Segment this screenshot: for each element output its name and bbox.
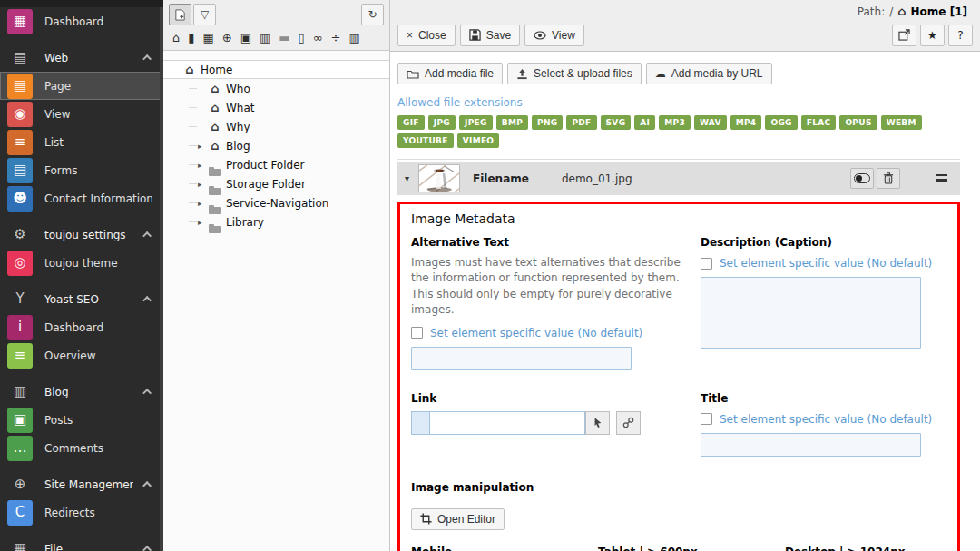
tree-item-storage-folder[interactable]: ▸ Storage Folder (163, 174, 389, 193)
sidebar-item-posts[interactable]: ▣ Posts (0, 406, 163, 434)
bookmark-button[interactable]: ★ (920, 25, 945, 46)
allowed-file-extensions-link[interactable]: Allowed file extensions (397, 96, 960, 109)
drag-new-page-row: ⌂▮▦⊕▣▥▬▯∞÷▥ (169, 25, 384, 47)
select-upload-files-button[interactable]: Select & upload files (507, 63, 642, 84)
more-options-button[interactable] (929, 168, 953, 189)
view-eye-icon: ◉ (7, 102, 33, 127)
alt-set-value-checkbox-row[interactable]: Set element specific value (No default) (411, 327, 688, 339)
title-set-value-checkbox-row[interactable]: Set element specific value (No default) (701, 413, 946, 426)
tree-item-library[interactable]: ▸ Library (163, 212, 389, 231)
sidebar-item-list[interactable]: ≡ List (0, 128, 163, 156)
drag-new-link-icon[interactable]: ∞ (313, 32, 323, 44)
sidebar-section-web[interactable]: ▤ Web (0, 44, 163, 72)
sidebar-section-yoast-seo[interactable]: Y Yoast SEO (0, 285, 163, 313)
toggle-icon (854, 173, 870, 183)
chevron-up-icon (142, 296, 152, 305)
view-button[interactable]: View (524, 25, 584, 46)
tree-item-what[interactable]: ▸ What (163, 98, 389, 117)
file-extension-badge: SVG (601, 115, 632, 130)
sidebar-item-view[interactable]: ◉ View (0, 100, 163, 128)
title-field-group: Title Set element specific value (No def… (701, 392, 946, 457)
tree-item-product-folder[interactable]: ▸ Product Folder (163, 155, 389, 174)
sidebar-item-dashboard[interactable]: ▦ Dashboard (0, 7, 163, 35)
tree-item-service-navigation[interactable]: ▸ Service-Navigation (163, 193, 389, 212)
tree-item-home[interactable]: ▸ Home (163, 60, 389, 79)
link-input[interactable] (429, 411, 585, 435)
title-label: Title (701, 392, 946, 405)
drag-new-content-page-icon[interactable]: ▥ (260, 32, 270, 44)
drag-new-divider-icon[interactable]: ÷ (331, 32, 341, 44)
checkbox[interactable] (411, 327, 423, 339)
newspaper-icon: ▥ (7, 379, 33, 405)
open-editor-button[interactable]: Open Editor (411, 508, 505, 530)
forms-module-icon: ▤ (7, 158, 33, 183)
expander-icon[interactable]: ▸ (198, 161, 208, 170)
link-picker-button[interactable] (585, 411, 610, 435)
drag-new-page-icon[interactable]: ⌂ (172, 32, 180, 44)
file-extension-badge: WAV (694, 115, 727, 130)
sidebar-item-toujou-theme[interactable]: ◎ toujou theme (0, 249, 163, 277)
file-thumbnail[interactable] (418, 164, 460, 192)
expander-icon[interactable]: ▸ (198, 218, 208, 227)
add-media-by-url-button[interactable]: ☁ Add media by URL (646, 63, 772, 84)
tree-item-blog[interactable]: ▸ Blog (163, 136, 389, 155)
checkbox[interactable] (701, 413, 712, 425)
checkbox[interactable] (701, 258, 712, 270)
description-textarea[interactable] (701, 277, 921, 349)
expander-icon[interactable]: ▸ (198, 142, 208, 151)
file-extension-badge: MP4 (730, 115, 762, 130)
description-set-value-checkbox-row[interactable]: Set element specific value (No default) (701, 257, 946, 270)
page-icon (182, 63, 197, 76)
sidebar-section-file[interactable]: ▦ File (0, 535, 163, 551)
sidebar-item-forms[interactable]: ▤ Forms (0, 156, 163, 184)
delete-button[interactable] (877, 168, 900, 189)
sidebar-item-yoast-dashboard[interactable]: i Dashboard (0, 313, 163, 341)
sidebar-item-page[interactable]: ▤ Page (0, 72, 163, 100)
collapse-caret-icon[interactable]: ▾ (405, 173, 409, 183)
close-button[interactable]: × Close (397, 25, 456, 46)
filter-button[interactable]: ▽ (193, 4, 216, 25)
sidebar-section-toujou-settings[interactable]: ⚙ toujou settings (0, 221, 163, 249)
link-browser-button[interactable] (616, 411, 641, 435)
file-extension-badge: JPEG (459, 115, 493, 130)
file-extension-badge: PDF (566, 115, 596, 130)
sidebar-section-site-management[interactable]: ⊕ Site Management (0, 470, 163, 498)
sidebar-item-comments[interactable]: … Comments (0, 434, 163, 462)
title-input[interactable] (701, 433, 921, 457)
expander-icon[interactable]: ▸ (198, 199, 208, 208)
drag-new-mountpoint-icon[interactable]: ▣ (240, 32, 251, 44)
drag-new-shortcut-icon[interactable]: ▯ (299, 32, 305, 44)
new-page-button[interactable] (169, 4, 191, 25)
link-field-group: Link (411, 392, 688, 457)
sidebar-section-blog[interactable]: ▥ Blog (0, 378, 163, 406)
alternative-text-input[interactable] (411, 347, 632, 370)
breadcrumb-page-title: Home [1] (911, 5, 967, 18)
open-in-new-window-button[interactable] (892, 25, 916, 46)
sidebar-item-contact-information[interactable]: ☻ Contact Information (0, 184, 163, 212)
file-extension-badge: FLAC (801, 115, 837, 130)
drag-new-folder-icon[interactable]: ▬ (279, 32, 289, 44)
posts-icon: ▣ (7, 408, 33, 433)
drag-new-blank-page-icon[interactable]: ▮ (188, 32, 194, 44)
expander-icon[interactable]: ▸ (198, 180, 208, 189)
cloud-icon: ☁ (655, 67, 666, 80)
tree-item-who[interactable]: ▸ Who (163, 79, 389, 98)
drag-new-element-icon[interactable]: ▥ (348, 32, 359, 44)
refresh-button[interactable]: ↻ (361, 4, 384, 25)
drag-new-external-page-icon[interactable]: ⊕ (222, 32, 232, 44)
page-icon (208, 82, 222, 95)
sidebar-item-overview[interactable]: ≡ Overview (0, 341, 163, 369)
file-extension-badge: VIMEO (457, 133, 500, 148)
tree-item-why[interactable]: ▸ Why (163, 117, 389, 136)
file-extension-badge: GIF (397, 115, 425, 130)
add-media-file-button[interactable]: Add media file (397, 63, 503, 84)
visibility-toggle-button[interactable] (850, 168, 874, 189)
drag-new-grid-page-icon[interactable]: ▦ (202, 32, 213, 44)
page-tree-panel: ▽ ↻ ⌂▮▦⊕▣▥▬▯∞÷▥ ▸ Home ▸ Who ▸ What ▸ (163, 0, 390, 551)
file-extension-badge: AI (634, 115, 655, 130)
save-button[interactable]: Save (460, 25, 520, 46)
help-button[interactable]: ? (948, 25, 973, 46)
page-icon: ⌂ (897, 5, 906, 18)
sidebar-item-redirects[interactable]: C Redirects (0, 498, 163, 526)
help-icon: ? (957, 29, 963, 42)
